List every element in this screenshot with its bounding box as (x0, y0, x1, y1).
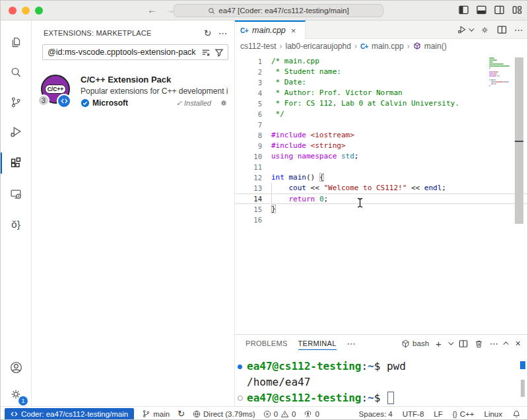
account-button[interactable] (1, 354, 31, 380)
editor-more-actions-icon[interactable]: ⋯ (514, 24, 523, 35)
breadcrumb-folder[interactable]: lab0-ericaraujophd (285, 42, 350, 51)
sidebar-item-search[interactable] (1, 59, 31, 86)
settings-button[interactable]: 1 (1, 381, 31, 407)
minimize-window-button[interactable] (22, 7, 30, 15)
misc-extension-icon: ŏ} (11, 219, 20, 230)
sidebar-item-explorer[interactable] (1, 30, 31, 56)
breadcrumb-file[interactable]: main.cpp (372, 42, 404, 51)
encoding-status-item[interactable]: UTF-8 (403, 410, 424, 418)
breadcrumb-separator: › (407, 42, 410, 51)
clear-filter-icon[interactable] (201, 48, 211, 57)
extension-publisher: Microsoft (92, 98, 128, 108)
breadcrumb-folder[interactable]: cs112-test (240, 42, 276, 51)
run-debug-view-icon (9, 125, 23, 139)
run-debug-icon (457, 24, 467, 35)
tab-main-cpp[interactable]: C+ main.cpp × (235, 20, 306, 39)
terminal-line: ea47@cs112-testing:~$ (238, 390, 523, 406)
indentation-status-item[interactable]: Spaces: 4 (359, 410, 393, 418)
extensions-search-input[interactable] (43, 48, 201, 57)
branch-status-item[interactable]: main (142, 409, 170, 418)
settings-badge: 1 (18, 396, 28, 405)
terminal-scrollbar[interactable] (521, 380, 525, 397)
minimap[interactable] (489, 57, 512, 89)
panel-more-actions-icon[interactable]: ⋯ (490, 339, 498, 349)
eol-status-item[interactable]: LF (434, 410, 442, 418)
split-editor-icon[interactable] (497, 25, 507, 34)
globe-icon (193, 410, 201, 418)
sidebar-item-run-debug[interactable] (1, 119, 31, 145)
run-or-debug-button[interactable] (457, 24, 473, 35)
sync-status-item[interactable]: ↻ (178, 409, 185, 419)
sidebar-item-misc-extension[interactable]: ŏ} (1, 211, 31, 237)
cpp-file-icon: C+ (360, 43, 368, 50)
braces-icon: {} (453, 410, 457, 418)
back-icon[interactable]: ← (147, 4, 157, 15)
code-line[interactable]: 6 */ (235, 109, 528, 120)
window-title-pill[interactable]: ea47 [Coder: ea47/cs112-testing/main] (174, 4, 383, 17)
connection-latency: Direct (3.79ms) (203, 410, 255, 418)
problems-status-item[interactable]: 0 0 (263, 410, 296, 418)
new-terminal-icon[interactable]: + (436, 339, 442, 349)
code-line[interactable]: 16 (235, 215, 528, 225)
editor-scrollbar[interactable] (515, 57, 523, 224)
sidebar-item-extensions[interactable] (1, 150, 31, 176)
maximize-panel-icon[interactable] (503, 341, 508, 347)
split-terminal-icon[interactable] (459, 339, 468, 348)
notifications-bell-icon[interactable] (512, 409, 521, 418)
terminal-dropdown-icon[interactable] (448, 339, 453, 345)
code-editor[interactable]: 1/* main.cpp2 * Student name:3 * Date:4 … (235, 53, 528, 334)
code-line[interactable]: 1/* main.cpp (235, 56, 528, 67)
code-line[interactable]: 10using namespace std; (235, 151, 528, 162)
code-line[interactable]: 3 * Date: (235, 77, 528, 88)
code-line[interactable]: 5 * For: CS 112, Lab 0 at Calvin Univers… (235, 98, 528, 109)
code-line[interactable]: 2 * Student name: (235, 67, 528, 77)
connection-status-item[interactable]: Direct (3.79ms) (193, 410, 255, 418)
code-line[interactable]: 13 cout << "Welcome to CS112!" << endl; (235, 183, 528, 193)
sidebar-item-remote-explorer[interactable] (1, 181, 31, 207)
os-status-item[interactable]: Linux (484, 410, 503, 418)
tab-terminal[interactable]: TERMINAL (298, 339, 337, 350)
warnings-icon (280, 410, 289, 418)
code-line[interactable]: 12int main() { (235, 172, 528, 183)
kill-terminal-trash-icon[interactable] (475, 339, 483, 348)
panel-more-tabs-icon[interactable]: ⋯ (347, 339, 356, 349)
ports-status-item[interactable]: 0 (304, 410, 319, 418)
toggle-panel-icon[interactable] (477, 5, 486, 15)
breadcrumb[interactable]: cs112-test › lab0-ericaraujophd › C+ mai… (235, 39, 528, 53)
sidebar-item-source-control[interactable] (1, 89, 31, 116)
code-line[interactable]: 9#include <string> (235, 141, 528, 151)
code-line[interactable]: 15} (235, 204, 528, 215)
remote-status-item[interactable]: Coder: ea47/cs112-testing/main (5, 408, 134, 420)
customize-layout-icon[interactable] (512, 5, 522, 15)
zoom-window-button[interactable] (35, 7, 43, 15)
code-line[interactable]: 8#include <iostream> (235, 130, 528, 141)
tab-problems[interactable]: PROBLEMS (246, 339, 288, 347)
extension-manage-gear-icon[interactable] (219, 98, 228, 108)
remote-indicator-icon (61, 98, 68, 104)
tab-close-icon[interactable]: × (291, 26, 296, 35)
terminal-shell-item[interactable]: bash (401, 339, 429, 348)
toggle-primary-sidebar-icon[interactable] (459, 5, 469, 15)
toggle-secondary-sidebar-icon[interactable] (494, 5, 504, 15)
filter-icon[interactable] (214, 48, 224, 57)
terminal-scroll-command-mark (520, 361, 525, 369)
source-control-icon (9, 95, 23, 110)
terminal[interactable]: ea47@cs112-testing:~$ pwd/home/ea47ea47@… (235, 352, 523, 407)
code-line[interactable]: 7 (235, 120, 528, 130)
close-panel-icon[interactable]: × (515, 338, 521, 349)
close-window-button[interactable] (9, 7, 16, 15)
more-actions-icon[interactable]: ⋯ (218, 28, 228, 38)
shell-label: bash (412, 339, 429, 347)
warnings-count: 0 (292, 410, 296, 418)
code-line[interactable]: 11 (235, 162, 528, 172)
language-status-item[interactable]: {} C++ (453, 410, 475, 418)
extension-list-item[interactable]: C/C++ 3 C/C++ Extension Pack Popular ext… (32, 68, 235, 109)
refresh-icon[interactable]: ↻ (204, 28, 212, 38)
search-view-icon (9, 65, 23, 80)
code-line[interactable]: 14 return 0; (235, 193, 528, 204)
account-icon (9, 360, 24, 375)
panel-header: PROBLEMS TERMINAL ⋯ bash + ⋯ × (235, 335, 528, 352)
breadcrumb-symbol[interactable]: main() (424, 42, 447, 51)
code-line[interactable]: 4 * Author: Prof. Victor Norman (235, 88, 528, 98)
editor-gear-icon[interactable] (480, 25, 490, 35)
